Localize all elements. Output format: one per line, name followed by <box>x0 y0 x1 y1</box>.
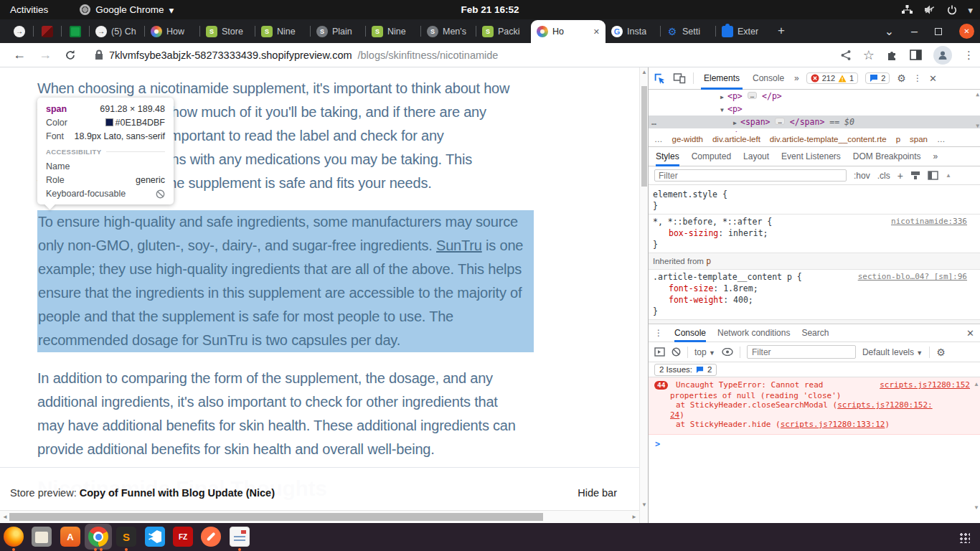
css-rule-article-content-p[interactable]: section-blo…04? [sm]:96 .article-templat… <box>649 270 980 320</box>
side-panel-icon[interactable] <box>910 50 922 60</box>
browser-tab[interactable]: How <box>145 19 199 43</box>
browser-tab[interactable] <box>6 19 33 43</box>
hover-state-toggle[interactable]: :hov <box>854 171 870 181</box>
dock-item-drawing-app[interactable] <box>201 527 221 547</box>
drawer-tab-network-conditions[interactable]: Network conditions <box>717 328 790 338</box>
issues-badge[interactable]: 2 <box>865 72 890 84</box>
css-rule-universal[interactable]: nicotinamide:336 *, *::before, *::after … <box>649 215 980 253</box>
breadcrumb-item-selected[interactable]: span <box>910 135 928 143</box>
scroll-up-icon[interactable]: ▲ <box>974 381 979 387</box>
drawer-close-icon[interactable]: ✕ <box>966 328 974 339</box>
lock-icon[interactable] <box>95 50 103 60</box>
horizontal-scrollbar[interactable]: ◄ ► <box>0 510 639 522</box>
styles-filter-input[interactable] <box>654 169 847 182</box>
dock-item-firefox[interactable] <box>4 527 24 547</box>
show-applications-icon[interactable] <box>958 532 970 543</box>
breadcrumb-overflow[interactable]: … <box>654 135 663 143</box>
devtools-tab-elements[interactable]: Elements <box>701 67 743 90</box>
browser-tab[interactable]: Plain <box>311 19 365 43</box>
more-tabs-icon[interactable]: » <box>794 73 799 83</box>
dom-node[interactable]: </p> <box>649 128 980 132</box>
address-bar[interactable]: 7klvmfsybe3abjzk-58273333439.shopifyprev… <box>95 50 498 61</box>
browser-menu-icon[interactable]: ⋮ <box>963 49 974 62</box>
device-toolbar-icon[interactable] <box>673 72 686 84</box>
drawer-tab-search[interactable]: Search <box>801 328 829 338</box>
css-source-link[interactable]: nicotinamide:336 <box>891 216 967 227</box>
browser-tab[interactable]: Store <box>200 19 255 43</box>
new-style-rule-button[interactable]: + <box>897 170 903 182</box>
browser-tab[interactable]: Setti <box>661 19 715 43</box>
scroll-left-icon[interactable]: ◄ <box>2 514 8 520</box>
window-close-button[interactable]: ✕ <box>959 24 974 39</box>
vertical-scrollbar[interactable]: ▲ ▼ <box>639 67 648 523</box>
browser-tab-active[interactable]: Ho✕ <box>531 20 606 43</box>
console-sidebar-icon[interactable] <box>654 347 665 357</box>
error-warning-badge[interactable]: 212 1 <box>806 72 858 84</box>
tab-styles[interactable]: Styles <box>656 147 679 166</box>
share-icon[interactable] <box>840 50 852 61</box>
dom-node-selected[interactable]: …▶<span> … </span> == $0 <box>649 116 980 128</box>
dock-item-filezilla[interactable] <box>173 527 193 547</box>
console-settings-gear-icon[interactable]: ⚙ <box>936 347 946 358</box>
more-tabs-icon[interactable]: » <box>933 151 938 161</box>
stack-frame-link[interactable]: scripts.js?1280:133:12 <box>781 420 885 429</box>
stack-frame-link[interactable]: scripts.js?1280:152: <box>837 400 932 410</box>
dock-item-files[interactable] <box>32 527 52 547</box>
console-error-message[interactable]: 44 Uncaught TypeError: Cannot readscript… <box>649 377 980 435</box>
error-source-link[interactable]: scripts.js?1280:152 <box>880 380 970 390</box>
extensions-icon[interactable] <box>886 49 898 61</box>
console-filter-input[interactable] <box>747 345 856 359</box>
scroll-down-icon[interactable]: ▼ <box>976 123 979 129</box>
devtools-close-icon[interactable]: ✕ <box>929 73 937 84</box>
dom-more-badge[interactable]: … <box>775 118 784 125</box>
volume-muted-icon[interactable] <box>923 4 936 15</box>
browser-tab[interactable]: Insta <box>606 19 660 43</box>
clear-console-icon[interactable] <box>672 347 681 357</box>
drawer-menu-icon[interactable]: ⋮ <box>654 328 663 338</box>
browser-tab[interactable]: Nine <box>366 19 420 43</box>
minimize-button[interactable]: – <box>911 25 918 38</box>
rendering-icon[interactable] <box>910 171 920 180</box>
issues-chip[interactable]: 2 Issues: 2 <box>654 364 717 376</box>
tab-close-icon[interactable]: ✕ <box>593 27 600 37</box>
breadcrumb-item[interactable]: div.article-template__content.rte <box>770 135 887 143</box>
browser-tab[interactable] <box>34 19 61 43</box>
suntru-link[interactable]: SunTru <box>436 237 482 253</box>
scroll-right-icon[interactable]: ► <box>631 514 637 520</box>
network-icon[interactable] <box>901 4 913 15</box>
drawer-tab-console[interactable]: Console <box>674 324 706 342</box>
browser-tab[interactable]: (5) Ch <box>90 19 144 43</box>
log-levels-selector[interactable]: Default levels ▼ <box>862 347 923 357</box>
scroll-up-icon[interactable]: ▲ <box>976 91 979 98</box>
browser-tab[interactable]: Packi <box>476 19 531 43</box>
stack-frame-link[interactable]: 24 <box>670 410 679 420</box>
scroll-up-icon[interactable]: ▲ <box>946 172 951 179</box>
console-prompt[interactable]: > <box>649 435 980 453</box>
browser-tab[interactable]: Exter <box>716 19 771 43</box>
scroll-down-icon[interactable]: ▼ <box>974 504 979 511</box>
breadcrumb-item[interactable]: p <box>896 135 900 143</box>
vertical-scrollbar-thumb[interactable] <box>641 86 647 187</box>
class-toggle[interactable]: .cls <box>877 171 890 181</box>
browser-tab[interactable]: Men's <box>421 19 476 43</box>
tab-event-listeners[interactable]: Event Listeners <box>781 151 841 161</box>
tab-computed[interactable]: Computed <box>692 151 731 161</box>
inspect-element-icon[interactable] <box>653 72 666 85</box>
dom-node[interactable]: ▶<p> … </p> <box>649 90 980 103</box>
computed-sidebar-icon[interactable] <box>928 171 938 180</box>
scroll-up-icon[interactable]: ▲ <box>641 69 647 75</box>
system-menu-caret-icon[interactable]: ▾ <box>968 4 973 16</box>
css-rule-element-style[interactable]: element.style { } <box>649 187 980 215</box>
breadcrumb-overflow[interactable]: … <box>937 135 946 143</box>
dom-node[interactable]: ▼<p> <box>649 103 980 116</box>
new-tab-button[interactable]: + <box>778 24 785 38</box>
restore-button[interactable] <box>935 28 942 35</box>
bookmark-star-icon[interactable]: ☆ <box>863 47 875 63</box>
forward-icon[interactable]: → <box>39 47 52 62</box>
breadcrumb-item[interactable]: div.article-left <box>712 135 760 143</box>
hide-bar-button[interactable]: Hide bar <box>578 487 617 499</box>
tab-dom-breakpoints[interactable]: DOM Breakpoints <box>853 151 921 161</box>
power-icon[interactable] <box>946 4 958 16</box>
breadcrumb-item[interactable]: ge-width <box>672 135 703 143</box>
dom-more-badge[interactable]: … <box>748 92 757 99</box>
